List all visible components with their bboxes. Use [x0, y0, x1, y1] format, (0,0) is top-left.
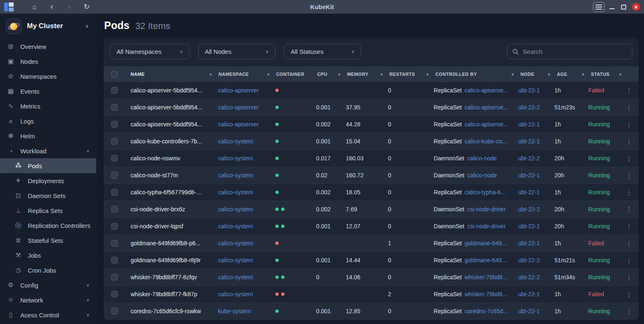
kebab-menu-icon[interactable]: ⋮ [625, 87, 633, 94]
node-link[interactable]: ubt-22-2 [518, 104, 555, 111]
node-filter-dropdown[interactable]: All Nodes ∨ [198, 44, 275, 59]
table-row[interactable]: calico-apiserver-5bddf954... calico-apis… [104, 82, 639, 99]
kebab-menu-icon[interactable]: ⋮ [625, 189, 633, 196]
cluster-switcher[interactable]: My Cluster ∨ [0, 14, 96, 39]
row-checkbox[interactable] [111, 274, 118, 280]
table-row[interactable]: coredns-7c65d6cfc9-rswkw kube-system 0.0… [104, 303, 639, 320]
sidebar-item[interactable]: ⊡ Daemon Sets [0, 188, 96, 203]
controller-link[interactable]: calico-apiserve... [464, 121, 508, 128]
table-row[interactable]: csi-node-driver-brx6z calico-system 0.00… [104, 201, 639, 218]
table-row[interactable]: goldmane-649fd69fb8-p6... calico-system … [104, 235, 639, 252]
node-link[interactable]: ubt-22-1 [518, 308, 555, 314]
search-box[interactable] [507, 44, 632, 59]
controller-link[interactable]: csi-node-driver [467, 223, 506, 230]
namespace-link[interactable]: calico-system [218, 206, 275, 213]
row-checkbox[interactable] [111, 87, 118, 94]
row-checkbox[interactable] [111, 223, 118, 230]
sort-icon[interactable]: ▾ [267, 72, 270, 77]
controller-link[interactable]: whisker-79bd8... [464, 274, 507, 280]
table-row[interactable]: calico-node-nswmv calico-system 0.017 16… [104, 150, 639, 167]
namespace-link[interactable]: calico-system [218, 240, 275, 247]
sidebar-item[interactable]: ◷ Cron Jobs [0, 263, 96, 278]
sort-icon[interactable]: ▾ [381, 72, 383, 77]
sidebar-item[interactable]: ≡ Logs [0, 114, 96, 128]
namespace-link[interactable]: calico-system [218, 257, 275, 264]
column-header[interactable]: NAME ▾ [131, 72, 219, 77]
namespace-link[interactable]: calico-system [218, 172, 275, 179]
controller-link[interactable]: calico-apiserve... [464, 87, 508, 94]
namespace-link[interactable]: calico-apiserver [218, 104, 275, 111]
namespace-link[interactable]: calico-apiserver [218, 121, 275, 128]
column-header[interactable]: CPU ▾ [317, 72, 347, 77]
sidebar-item[interactable]: ⊥ Replica Sets [0, 203, 96, 218]
row-checkbox[interactable] [111, 104, 118, 111]
namespace-link[interactable]: kube-system [218, 308, 275, 314]
table-row[interactable]: calico-typha-6f567799d8-... calico-syste… [104, 184, 639, 201]
row-checkbox[interactable] [111, 257, 118, 264]
node-link[interactable]: ubt-22-1 [518, 189, 555, 196]
controller-link[interactable]: calico-apiserve... [464, 104, 508, 111]
column-header[interactable]: STATUS ▾ [591, 72, 628, 77]
kebab-menu-icon[interactable]: ⋮ [625, 290, 633, 298]
namespace-link[interactable]: calico-system [218, 274, 275, 280]
sidebar-item[interactable]: ∿ Metrics [0, 99, 96, 114]
namespace-link[interactable]: calico-system [218, 291, 275, 297]
kebab-menu-icon[interactable]: ⋮ [625, 256, 633, 264]
namespace-filter-dropdown[interactable]: All Namespaces ∨ [110, 44, 190, 59]
sidebar-item[interactable]: ▣ Nodes [0, 54, 96, 69]
node-link[interactable]: ubt-22-1 [518, 121, 555, 128]
node-link[interactable]: ubt-22-2 [518, 206, 555, 213]
sidebar-item[interactable]: ☸ Helm [0, 128, 96, 143]
sidebar-item[interactable]: ⚙ Config ∨ [0, 278, 96, 293]
close-button[interactable]: × [632, 3, 640, 11]
row-checkbox[interactable] [111, 172, 118, 179]
sidebar-item[interactable]: ⚒ Jobs [0, 248, 96, 263]
controller-link[interactable]: calico-kube-co... [464, 138, 507, 145]
hamburger-menu-button[interactable] [593, 2, 605, 12]
sort-icon[interactable]: ▾ [582, 72, 584, 77]
table-row[interactable]: calico-kube-controllers-7b... calico-sys… [104, 133, 639, 150]
controller-link[interactable]: coredns-7c65d... [464, 308, 508, 314]
node-link[interactable]: ubt-22-2 [518, 274, 555, 280]
node-link[interactable]: ubt-22-2 [518, 155, 555, 162]
kebab-menu-icon[interactable]: ⋮ [625, 138, 633, 145]
kebab-menu-icon[interactable]: ⋮ [625, 104, 633, 111]
kebab-menu-icon[interactable]: ⋮ [625, 239, 633, 247]
sidebar-item[interactable]: ⊘ Namespaces [0, 69, 96, 84]
kebab-menu-icon[interactable]: ⋮ [625, 155, 633, 162]
back-icon[interactable]: ‹ [46, 2, 58, 12]
minimize-button[interactable] [609, 4, 615, 10]
node-link[interactable]: ubt-22-1 [518, 291, 555, 297]
kebab-menu-icon[interactable]: ⋮ [625, 222, 633, 230]
row-checkbox[interactable] [111, 155, 118, 162]
row-checkbox[interactable] [111, 121, 118, 128]
sort-icon[interactable]: ▾ [512, 72, 514, 77]
home-icon[interactable]: ⌂ [29, 2, 40, 12]
controller-link[interactable]: goldmane-649... [464, 257, 506, 264]
node-link[interactable]: ubt-22-1 [518, 87, 555, 94]
node-link[interactable]: ubt-22-1 [518, 172, 555, 179]
sort-icon[interactable]: ▾ [427, 72, 429, 77]
column-header[interactable]: MEMORY ▾ [347, 72, 389, 77]
sidebar-item[interactable]: ✈ Deployments [0, 173, 96, 188]
row-checkbox[interactable] [111, 308, 118, 314]
sidebar-item[interactable]: ⊞ Overview [0, 39, 96, 54]
controller-link[interactable]: goldmane-649... [464, 240, 506, 247]
table-row[interactable]: calico-apiserver-5bddf954... calico-apis… [104, 99, 639, 116]
sidebar-item[interactable]: ≣ Stateful Sets [0, 233, 96, 248]
kebab-menu-icon[interactable]: ⋮ [625, 121, 633, 128]
forward-icon[interactable]: › [63, 2, 75, 12]
table-row[interactable]: calico-node-st77m calico-system 0.02 160… [104, 167, 639, 184]
sidebar-item[interactable]: ⁂ Pods [0, 158, 96, 173]
sidebar-item[interactable]: ⚛ Network ∨ [0, 293, 96, 307]
row-checkbox[interactable] [111, 138, 118, 145]
column-header[interactable]: CONTAINER [276, 72, 317, 77]
namespace-link[interactable]: calico-system [218, 155, 275, 162]
row-checkbox[interactable] [111, 189, 118, 196]
sidebar-item[interactable]: ▯ Acess Control ∨ [0, 307, 96, 322]
row-checkbox[interactable] [111, 240, 118, 247]
controller-link[interactable]: calico-node [467, 172, 497, 179]
sidebar-item[interactable]: Ⓗ Replication Controllers [0, 218, 96, 233]
refresh-icon[interactable]: ↻ [81, 2, 92, 12]
column-header[interactable]: AGE ▾ [557, 72, 591, 77]
